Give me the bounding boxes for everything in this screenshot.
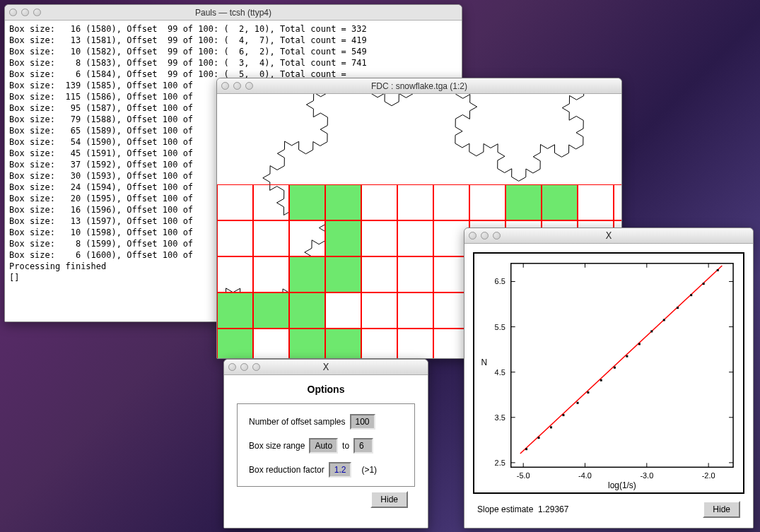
svg-rect-45 bbox=[703, 283, 705, 285]
svg-text:-5.0: -5.0 bbox=[517, 471, 530, 480]
grid-cell bbox=[397, 184, 433, 220]
grid-cell bbox=[469, 184, 505, 220]
num-offset-label: Number of offset samples bbox=[249, 417, 346, 427]
options-panel: Number of offset samples 100 Box size ra… bbox=[237, 403, 415, 487]
svg-rect-43 bbox=[677, 307, 679, 309]
grid-cell bbox=[397, 256, 433, 292]
grid-cell bbox=[325, 184, 361, 220]
svg-text:3.5: 3.5 bbox=[495, 413, 505, 422]
svg-rect-34 bbox=[562, 414, 564, 416]
terminal-titlebar[interactable]: Pauls — tcsh (ttyp4) bbox=[5, 5, 462, 20]
svg-text:-2.0: -2.0 bbox=[702, 471, 715, 480]
zoom-icon[interactable] bbox=[33, 8, 41, 16]
grid-cell bbox=[217, 292, 253, 329]
svg-line-30 bbox=[520, 266, 723, 454]
options-body: Options Number of offset samples 100 Box… bbox=[224, 375, 428, 528]
hide-button[interactable]: Hide bbox=[703, 501, 740, 518]
close-icon[interactable] bbox=[9, 8, 17, 16]
grid-cell bbox=[325, 292, 361, 329]
grid-cell bbox=[361, 220, 397, 256]
grid-cell bbox=[253, 292, 289, 329]
grid-cell bbox=[578, 184, 614, 220]
plot-window[interactable]: X 2.53.54.55.56.5-5.0-4.0-3.0-2.0log(1/s… bbox=[464, 227, 754, 528]
fractal-title: FDC : snowflake.tga (1:2) bbox=[217, 81, 621, 91]
plot-area: 2.53.54.55.56.5-5.0-4.0-3.0-2.0log(1/s)N bbox=[473, 252, 744, 494]
grid-cell bbox=[253, 220, 289, 256]
hide-button[interactable]: Hide bbox=[370, 491, 408, 508]
svg-rect-38 bbox=[614, 367, 616, 369]
svg-rect-32 bbox=[538, 437, 540, 439]
slope-readout: Slope estimate 1.29367 bbox=[477, 504, 568, 514]
grid-cell bbox=[361, 256, 397, 292]
grid-cell bbox=[397, 292, 433, 329]
svg-rect-31 bbox=[525, 448, 527, 450]
box-range-from-input[interactable]: Auto bbox=[309, 438, 338, 454]
svg-text:5.5: 5.5 bbox=[495, 323, 505, 331]
box-range-to-word: to bbox=[342, 441, 349, 451]
svg-rect-39 bbox=[626, 355, 628, 357]
options-window[interactable]: X Options Number of offset samples 100 B… bbox=[223, 359, 428, 528]
grid-cell bbox=[253, 256, 289, 292]
options-title-x: X bbox=[224, 361, 428, 372]
svg-rect-46 bbox=[717, 269, 719, 271]
box-reduction-input[interactable]: 1.2 bbox=[329, 462, 352, 478]
window-controls[interactable] bbox=[221, 82, 253, 90]
slope-label: Slope estimate bbox=[477, 504, 533, 514]
grid-cell bbox=[289, 256, 325, 292]
grid-cell bbox=[253, 184, 289, 220]
close-icon[interactable] bbox=[221, 82, 229, 90]
svg-text:log(1/s): log(1/s) bbox=[608, 480, 636, 490]
num-offset-input[interactable]: 100 bbox=[350, 414, 375, 430]
grid-cell bbox=[325, 256, 361, 292]
svg-rect-44 bbox=[690, 294, 692, 296]
minimize-icon[interactable] bbox=[21, 8, 29, 16]
grid-cell bbox=[397, 329, 433, 358]
slope-value: 1.29367 bbox=[538, 504, 568, 514]
svg-rect-36 bbox=[587, 391, 589, 394]
svg-text:2.5: 2.5 bbox=[495, 459, 505, 467]
box-range-label: Box size range bbox=[249, 441, 305, 451]
grid-cell bbox=[325, 329, 361, 358]
grid-cell bbox=[217, 220, 253, 256]
grid-cell bbox=[361, 292, 397, 329]
svg-rect-35 bbox=[577, 402, 579, 404]
plot-titlebar[interactable]: X bbox=[464, 228, 753, 244]
svg-rect-40 bbox=[638, 343, 641, 345]
svg-text:-4.0: -4.0 bbox=[578, 471, 592, 480]
plot-body: 2.53.54.55.56.5-5.0-4.0-3.0-2.0log(1/s)N… bbox=[464, 244, 753, 528]
fractal-titlebar[interactable]: FDC : snowflake.tga (1:2) bbox=[217, 78, 621, 94]
svg-rect-41 bbox=[650, 330, 653, 332]
minimize-icon[interactable] bbox=[233, 82, 241, 90]
grid-cell bbox=[289, 329, 325, 358]
svg-text:N: N bbox=[481, 357, 488, 367]
svg-rect-37 bbox=[600, 379, 602, 382]
zoom-icon[interactable] bbox=[245, 82, 253, 90]
grid-cell bbox=[614, 184, 621, 220]
grid-cell bbox=[289, 184, 325, 220]
grid-cell bbox=[505, 184, 542, 220]
grid-cell bbox=[542, 184, 578, 220]
grid-cell bbox=[325, 220, 361, 256]
svg-text:-3.0: -3.0 bbox=[640, 471, 653, 480]
window-controls[interactable] bbox=[9, 8, 41, 16]
grid-cell bbox=[217, 256, 253, 292]
grid-cell bbox=[433, 184, 469, 220]
options-titlebar[interactable]: X bbox=[224, 360, 428, 375]
svg-text:4.5: 4.5 bbox=[495, 368, 505, 377]
terminal-title: Pauls — tcsh (ttyp4) bbox=[5, 8, 462, 18]
grid-cell bbox=[361, 329, 397, 358]
grid-cell bbox=[289, 220, 325, 256]
svg-rect-0 bbox=[511, 264, 733, 467]
plot-title-x: X bbox=[464, 230, 753, 241]
grid-cell bbox=[289, 292, 325, 329]
box-range-to-input[interactable]: 6 bbox=[353, 438, 373, 454]
grid-cell bbox=[217, 184, 253, 220]
grid-cell bbox=[361, 184, 397, 220]
options-heading: Options bbox=[237, 384, 415, 395]
svg-text:6.5: 6.5 bbox=[495, 277, 505, 285]
plot-svg: 2.53.54.55.56.5-5.0-4.0-3.0-2.0log(1/s)N bbox=[474, 254, 743, 492]
box-reduction-hint: (>1) bbox=[361, 465, 377, 475]
svg-rect-33 bbox=[550, 426, 552, 428]
box-reduction-label: Box reduction factor bbox=[249, 465, 325, 475]
grid-cell bbox=[217, 329, 253, 358]
